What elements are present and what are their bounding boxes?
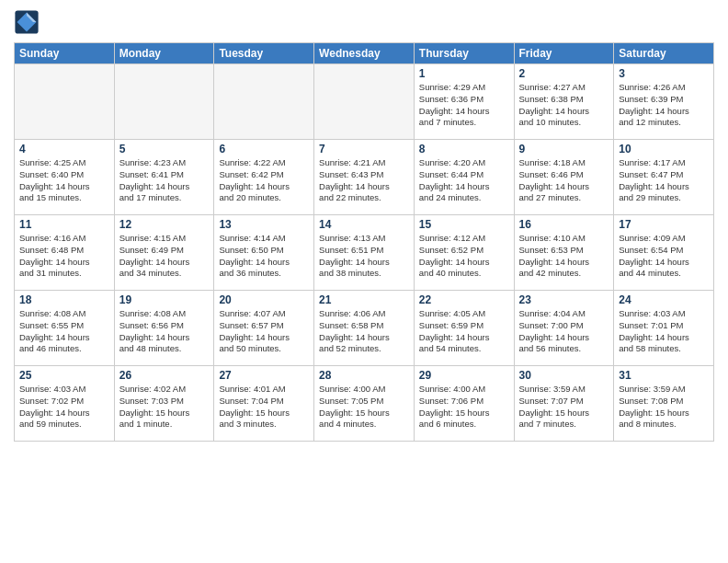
week-row-4: 25Sunrise: 4:03 AM Sunset: 7:02 PM Dayli…	[15, 366, 714, 442]
calendar-cell: 16Sunrise: 4:10 AM Sunset: 6:53 PM Dayli…	[514, 215, 614, 291]
calendar-cell	[314, 64, 415, 140]
weekday-header-row: SundayMondayTuesdayWednesdayThursdayFrid…	[15, 43, 714, 64]
day-info: Sunrise: 3:59 AM Sunset: 7:07 PM Dayligh…	[519, 384, 609, 431]
day-number: 31	[619, 369, 709, 382]
calendar-cell: 18Sunrise: 4:08 AM Sunset: 6:55 PM Dayli…	[15, 291, 115, 366]
weekday-header-saturday: Saturday	[614, 43, 714, 64]
day-number: 17	[619, 218, 709, 231]
day-info: Sunrise: 4:21 AM Sunset: 6:43 PM Dayligh…	[319, 157, 409, 204]
calendar-cell: 17Sunrise: 4:09 AM Sunset: 6:54 PM Dayli…	[614, 215, 714, 291]
day-number: 16	[519, 218, 609, 231]
logo	[14, 9, 42, 35]
week-row-2: 11Sunrise: 4:16 AM Sunset: 6:48 PM Dayli…	[15, 215, 714, 291]
day-number: 10	[619, 143, 709, 155]
day-info: Sunrise: 4:23 AM Sunset: 6:41 PM Dayligh…	[119, 157, 210, 204]
day-number: 27	[219, 369, 309, 382]
day-info: Sunrise: 4:09 AM Sunset: 6:54 PM Dayligh…	[619, 233, 709, 280]
day-number: 28	[319, 369, 409, 382]
calendar-cell: 19Sunrise: 4:08 AM Sunset: 6:56 PM Dayli…	[114, 291, 214, 366]
calendar-cell: 13Sunrise: 4:14 AM Sunset: 6:50 PM Dayli…	[214, 215, 314, 291]
weekday-header-friday: Friday	[514, 43, 614, 64]
day-info: Sunrise: 4:03 AM Sunset: 7:02 PM Dayligh…	[19, 384, 109, 431]
calendar-table: SundayMondayTuesdayWednesdayThursdayFrid…	[14, 42, 714, 442]
day-number: 19	[119, 293, 210, 306]
calendar-cell: 6Sunrise: 4:22 AM Sunset: 6:42 PM Daylig…	[214, 140, 314, 215]
day-info: Sunrise: 4:15 AM Sunset: 6:49 PM Dayligh…	[119, 233, 210, 280]
day-number: 5	[119, 143, 210, 155]
day-info: Sunrise: 4:16 AM Sunset: 6:48 PM Dayligh…	[19, 233, 109, 280]
week-row-1: 4Sunrise: 4:25 AM Sunset: 6:40 PM Daylig…	[15, 140, 714, 215]
day-info: Sunrise: 4:25 AM Sunset: 6:40 PM Dayligh…	[19, 157, 109, 204]
calendar-cell: 3Sunrise: 4:26 AM Sunset: 6:39 PM Daylig…	[614, 64, 714, 140]
day-info: Sunrise: 3:59 AM Sunset: 7:08 PM Dayligh…	[619, 384, 709, 431]
day-number: 2	[519, 67, 609, 80]
day-info: Sunrise: 4:20 AM Sunset: 6:44 PM Dayligh…	[419, 157, 509, 204]
weekday-header-sunday: Sunday	[15, 43, 115, 64]
day-number: 12	[119, 218, 210, 231]
day-info: Sunrise: 4:18 AM Sunset: 6:46 PM Dayligh…	[519, 157, 609, 204]
weekday-header-monday: Monday	[114, 43, 214, 64]
week-row-0: 1Sunrise: 4:29 AM Sunset: 6:36 PM Daylig…	[15, 64, 714, 140]
weekday-header-thursday: Thursday	[414, 43, 514, 64]
calendar-cell: 20Sunrise: 4:07 AM Sunset: 6:57 PM Dayli…	[214, 291, 314, 366]
calendar-cell	[15, 64, 115, 140]
day-info: Sunrise: 4:00 AM Sunset: 7:06 PM Dayligh…	[419, 384, 509, 431]
calendar-cell: 23Sunrise: 4:04 AM Sunset: 7:00 PM Dayli…	[514, 291, 614, 366]
day-number: 26	[119, 369, 210, 382]
calendar-cell: 10Sunrise: 4:17 AM Sunset: 6:47 PM Dayli…	[614, 140, 714, 215]
day-number: 4	[19, 143, 109, 155]
day-number: 9	[519, 143, 609, 155]
day-info: Sunrise: 4:22 AM Sunset: 6:42 PM Dayligh…	[219, 157, 309, 204]
day-number: 1	[419, 67, 509, 80]
page: SundayMondayTuesdayWednesdayThursdayFrid…	[0, 0, 728, 563]
day-info: Sunrise: 4:10 AM Sunset: 6:53 PM Dayligh…	[519, 233, 609, 280]
calendar-cell: 31Sunrise: 3:59 AM Sunset: 7:08 PM Dayli…	[614, 366, 714, 442]
day-number: 20	[219, 293, 309, 306]
day-number: 24	[619, 293, 709, 306]
day-number: 18	[19, 293, 109, 306]
day-info: Sunrise: 4:13 AM Sunset: 6:51 PM Dayligh…	[319, 233, 409, 280]
day-number: 30	[519, 369, 609, 382]
day-info: Sunrise: 4:07 AM Sunset: 6:57 PM Dayligh…	[219, 308, 309, 355]
calendar-cell: 4Sunrise: 4:25 AM Sunset: 6:40 PM Daylig…	[15, 140, 115, 215]
day-number: 23	[519, 293, 609, 306]
calendar-cell: 27Sunrise: 4:01 AM Sunset: 7:04 PM Dayli…	[214, 366, 314, 442]
day-number: 14	[319, 218, 409, 231]
day-number: 22	[419, 293, 509, 306]
calendar-cell: 14Sunrise: 4:13 AM Sunset: 6:51 PM Dayli…	[314, 215, 415, 291]
calendar-cell: 2Sunrise: 4:27 AM Sunset: 6:38 PM Daylig…	[514, 64, 614, 140]
day-info: Sunrise: 4:08 AM Sunset: 6:55 PM Dayligh…	[19, 308, 109, 355]
calendar-cell	[214, 64, 314, 140]
day-info: Sunrise: 4:17 AM Sunset: 6:47 PM Dayligh…	[619, 157, 709, 204]
calendar-cell	[114, 64, 214, 140]
day-number: 3	[619, 67, 709, 80]
day-number: 6	[219, 143, 309, 155]
week-row-3: 18Sunrise: 4:08 AM Sunset: 6:55 PM Dayli…	[15, 291, 714, 366]
calendar-cell: 7Sunrise: 4:21 AM Sunset: 6:43 PM Daylig…	[314, 140, 415, 215]
calendar-cell: 8Sunrise: 4:20 AM Sunset: 6:44 PM Daylig…	[414, 140, 514, 215]
day-info: Sunrise: 4:02 AM Sunset: 7:03 PM Dayligh…	[119, 384, 210, 431]
header	[14, 9, 714, 35]
calendar-cell: 9Sunrise: 4:18 AM Sunset: 6:46 PM Daylig…	[514, 140, 614, 215]
calendar-cell: 11Sunrise: 4:16 AM Sunset: 6:48 PM Dayli…	[15, 215, 115, 291]
day-number: 15	[419, 218, 509, 231]
weekday-header-tuesday: Tuesday	[214, 43, 314, 64]
calendar-cell: 25Sunrise: 4:03 AM Sunset: 7:02 PM Dayli…	[15, 366, 115, 442]
day-number: 8	[419, 143, 509, 155]
day-info: Sunrise: 4:12 AM Sunset: 6:52 PM Dayligh…	[419, 233, 509, 280]
day-info: Sunrise: 4:08 AM Sunset: 6:56 PM Dayligh…	[119, 308, 210, 355]
calendar-cell: 24Sunrise: 4:03 AM Sunset: 7:01 PM Dayli…	[614, 291, 714, 366]
day-number: 21	[319, 293, 409, 306]
day-info: Sunrise: 4:04 AM Sunset: 7:00 PM Dayligh…	[519, 308, 609, 355]
calendar-cell: 30Sunrise: 3:59 AM Sunset: 7:07 PM Dayli…	[514, 366, 614, 442]
calendar-cell: 1Sunrise: 4:29 AM Sunset: 6:36 PM Daylig…	[414, 64, 514, 140]
weekday-header-wednesday: Wednesday	[314, 43, 415, 64]
day-info: Sunrise: 4:00 AM Sunset: 7:05 PM Dayligh…	[319, 384, 409, 431]
calendar-cell: 28Sunrise: 4:00 AM Sunset: 7:05 PM Dayli…	[314, 366, 415, 442]
day-info: Sunrise: 4:01 AM Sunset: 7:04 PM Dayligh…	[219, 384, 309, 431]
calendar-cell: 22Sunrise: 4:05 AM Sunset: 6:59 PM Dayli…	[414, 291, 514, 366]
day-number: 25	[19, 369, 109, 382]
logo-icon	[14, 9, 40, 35]
day-number: 13	[219, 218, 309, 231]
calendar-cell: 5Sunrise: 4:23 AM Sunset: 6:41 PM Daylig…	[114, 140, 214, 215]
